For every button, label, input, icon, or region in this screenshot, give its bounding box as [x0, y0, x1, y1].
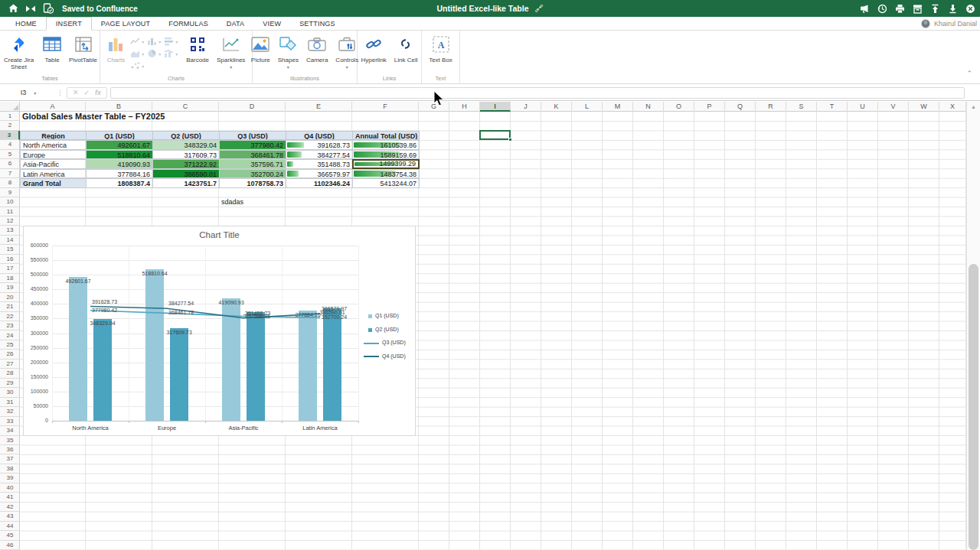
shapes-button[interactable]: Shapes ▾ — [276, 34, 301, 70]
cell-B7[interactable]: 377884.16 — [86, 169, 153, 178]
tab-view[interactable]: VIEW — [253, 17, 290, 30]
cell-B4[interactable]: 492601.67 — [86, 140, 153, 149]
column-header-G[interactable]: G — [419, 102, 449, 112]
column-header-C[interactable]: C — [152, 102, 219, 112]
column-header-U[interactable]: U — [848, 102, 878, 112]
row-header-10[interactable]: 10 — [0, 197, 20, 207]
row-header-31[interactable]: 31 — [0, 398, 20, 407]
row-header-2[interactable]: 2 — [0, 121, 20, 130]
column-header-S[interactable]: S — [786, 102, 817, 112]
cell-C8[interactable]: 1423751.7 — [152, 178, 220, 187]
cell-E5[interactable]: 384277.54 — [286, 150, 353, 159]
cell-B5[interactable]: 518810.64 — [86, 150, 153, 159]
fill-handle[interactable] — [508, 138, 512, 142]
area-chart-icon[interactable]: ▾ — [130, 47, 147, 60]
column-header-R[interactable]: R — [756, 102, 786, 112]
cell-C6[interactable]: 371222.92 — [152, 159, 220, 168]
history-icon[interactable] — [877, 3, 887, 14]
hyperlink-button[interactable]: Hyperlink — [358, 34, 388, 63]
table-button[interactable]: Table — [41, 34, 64, 63]
embedded-chart[interactable]: Chart Title05000010000015000020000025000… — [23, 226, 416, 436]
row-header-12[interactable]: 12 — [0, 216, 20, 226]
column-header-O[interactable]: O — [664, 102, 694, 112]
row-header-13[interactable]: 13 — [0, 226, 20, 235]
cell-D8[interactable]: 1078758.73 — [219, 178, 286, 187]
table-header-3[interactable]: Q3 (USD) — [219, 131, 286, 140]
column-header-B[interactable]: B — [86, 102, 152, 112]
row-header-34[interactable]: 34 — [0, 426, 20, 435]
cell-C7[interactable]: 386590.01 — [152, 169, 220, 178]
confirm-formula-icon[interactable]: ✓ — [84, 89, 90, 96]
cell-C4[interactable]: 348329.04 — [152, 140, 220, 149]
name-box[interactable]: I3 ▾ — [3, 87, 54, 99]
cell-D6[interactable]: 357596.71 — [219, 159, 286, 168]
column-header-X[interactable]: X — [939, 102, 966, 112]
cell-E6[interactable]: 351488.73 — [286, 159, 353, 168]
table-header-2[interactable]: Q2 (USD) — [152, 131, 220, 140]
controls-button[interactable]: Controls ▾ — [333, 34, 361, 70]
table-header-1[interactable]: Q1 (USD) — [86, 131, 153, 140]
cells-grid[interactable]: Global Sales Master Table – FY2025sdadas… — [20, 112, 966, 550]
cell-E8[interactable]: 1102346.24 — [286, 178, 353, 187]
row-header-38[interactable]: 38 — [0, 464, 20, 474]
pivottable-button[interactable]: PivotTable — [67, 34, 100, 63]
row-header-37[interactable]: 37 — [0, 454, 20, 464]
insert-function-icon[interactable]: fx — [95, 89, 101, 96]
row-header-11[interactable]: 11 — [0, 207, 20, 216]
row-header-43[interactable]: 43 — [0, 512, 20, 521]
region-cell[interactable]: North America — [20, 140, 87, 149]
combo-chart-icon[interactable]: ▾ — [164, 47, 181, 60]
row-header-39[interactable]: 39 — [0, 474, 20, 483]
cell-B6[interactable]: 419090.93 — [86, 159, 153, 168]
archive-icon[interactable] — [912, 3, 923, 14]
row-header-21[interactable]: 21 — [0, 302, 20, 311]
share-link-icon[interactable]: 🔗︎ — [535, 4, 544, 13]
row-header-14[interactable]: 14 — [0, 236, 20, 245]
collapse-ribbon-icon[interactable]: ⌃ — [966, 70, 972, 77]
expand-icon[interactable] — [25, 3, 36, 14]
row-header-23[interactable]: 23 — [0, 321, 20, 330]
tab-insert[interactable]: INSERT — [46, 17, 92, 31]
upload-icon[interactable] — [929, 3, 940, 14]
column-header-L[interactable]: L — [572, 102, 603, 112]
region-cell[interactable]: Latin America — [20, 169, 87, 178]
row-header-16[interactable]: 16 — [0, 255, 20, 264]
link-cell-button[interactable]: Link Cell — [392, 34, 420, 63]
row-header-35[interactable]: 35 — [0, 436, 20, 445]
charts-button[interactable]: Charts — [105, 34, 128, 63]
row-header-45[interactable]: 45 — [0, 531, 20, 540]
cell-D4[interactable]: 377980.42 — [219, 140, 286, 149]
row-header-41[interactable]: 41 — [0, 493, 20, 502]
scrollbar-thumb[interactable] — [969, 264, 978, 550]
column-header-P[interactable]: P — [694, 102, 725, 112]
note-cell[interactable]: sdadas — [219, 197, 286, 207]
formula-bar-resize-handle[interactable]: ⋮ — [57, 91, 64, 94]
row-header-20[interactable]: 20 — [0, 293, 20, 302]
row-header-22[interactable]: 22 — [0, 312, 20, 321]
scroll-up-icon[interactable]: ▲ — [967, 104, 980, 109]
row-header-30[interactable]: 30 — [0, 388, 20, 397]
tab-data[interactable]: DATA — [217, 17, 253, 30]
row-header-32[interactable]: 32 — [0, 407, 20, 416]
pie-chart-icon[interactable]: ▾ — [147, 47, 164, 60]
row-header-18[interactable]: 18 — [0, 274, 20, 283]
row-header-27[interactable]: 27 — [0, 360, 20, 369]
cell-B8[interactable]: 1808387.4 — [86, 178, 153, 187]
cancel-formula-icon[interactable]: ✕ — [73, 89, 79, 96]
row-header-29[interactable]: 29 — [0, 379, 20, 388]
tab-home[interactable]: HOME — [6, 17, 46, 30]
select-all-corner[interactable] — [0, 102, 20, 112]
sparklines-dropdown-caret[interactable]: ▾ — [230, 65, 232, 70]
row-header-33[interactable]: 33 — [0, 417, 20, 426]
column-header-I[interactable]: I — [480, 102, 511, 112]
row-header-1[interactable]: 1 — [0, 112, 20, 121]
column-header-K[interactable]: K — [541, 102, 572, 112]
cell-F5[interactable]: 1589159.69 — [352, 150, 420, 159]
tab-page-layout[interactable]: PAGE LAYOUT — [92, 17, 159, 30]
column-header-V[interactable]: V — [878, 102, 909, 112]
row-header-40[interactable]: 40 — [0, 483, 20, 493]
text-box-button[interactable]: A Text Box — [426, 34, 455, 63]
column-header-Q[interactable]: Q — [725, 102, 756, 112]
scatter-chart-icon[interactable]: ▾ — [130, 60, 147, 72]
cell-E7[interactable]: 366579.97 — [286, 169, 353, 178]
